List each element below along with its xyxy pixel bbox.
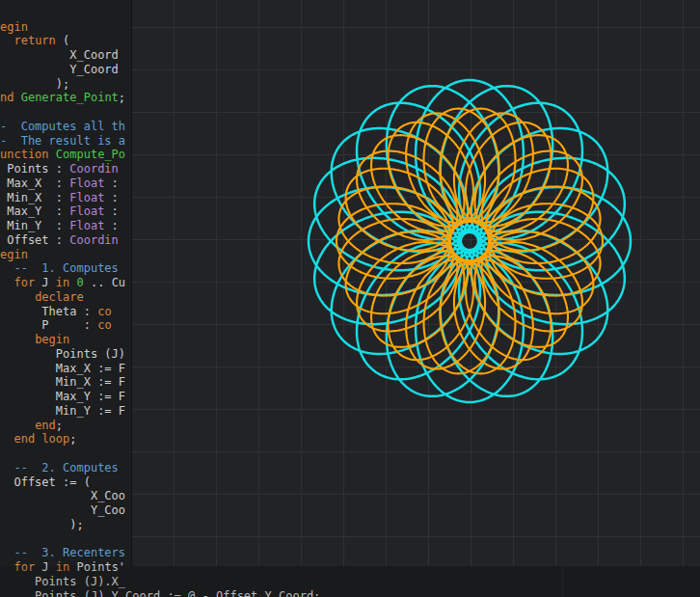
graphics-output-panel bbox=[132, 0, 700, 566]
editor-window: egin return ( X_Coord Y_Coord );nd Gener… bbox=[0, 0, 700, 597]
panel-seam-line bbox=[562, 567, 563, 597]
spirograph-canvas bbox=[132, 0, 700, 566]
code-line: Points (J).X_ bbox=[0, 575, 320, 589]
code-line: Points (J).Y_Coord := @ - Offset.Y_Coord… bbox=[0, 589, 320, 597]
